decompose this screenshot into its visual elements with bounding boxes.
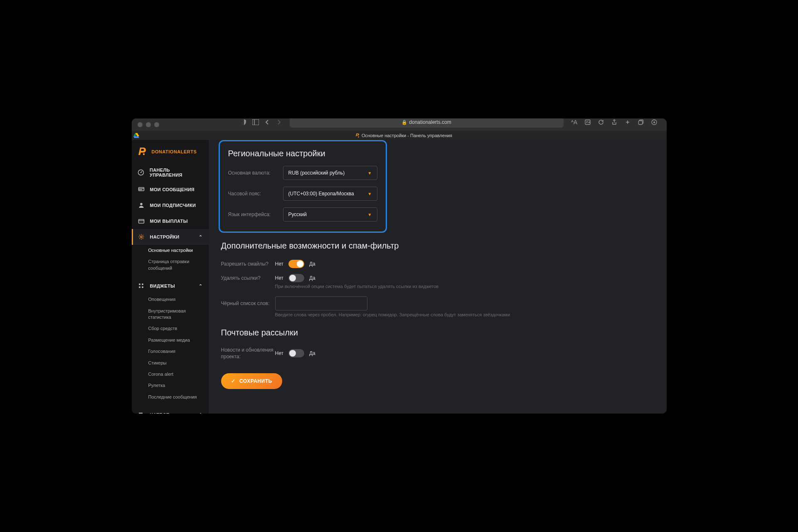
sidebar-sub-polls[interactable]: Голосования xyxy=(132,346,209,357)
blacklist-input[interactable] xyxy=(275,296,367,310)
chat-icon xyxy=(138,411,145,414)
smileys-toggle[interactable] xyxy=(288,260,304,268)
sidebar-sub-roulette[interactable]: Рулетка xyxy=(132,380,209,391)
regional-settings-card: Региональные настройки Основная валюта: … xyxy=(219,140,387,233)
window-titlebar: 🔒 donationalerts.com ᴬA xyxy=(132,118,667,131)
reader-icon[interactable]: ᴬA xyxy=(570,118,579,126)
reload-icon[interactable] xyxy=(597,118,605,126)
svg-rect-4 xyxy=(638,121,642,125)
extras-title: Дополнительные возможности и спам-фильтр xyxy=(221,241,667,251)
new-tab-icon[interactable] xyxy=(623,118,632,126)
sidebar-sub-alerts[interactable]: Оповещения xyxy=(132,294,209,305)
sidebar-sub-stickers[interactable]: Стикеры xyxy=(132,357,209,369)
back-button[interactable] xyxy=(263,118,271,126)
timezone-label: Часовой пояс: xyxy=(228,191,283,197)
mail-title: Почтовые рассылки xyxy=(221,328,667,337)
svg-rect-17 xyxy=(138,219,144,223)
sidebar-sub-recent-messages[interactable]: Последние сообщения xyxy=(132,392,209,403)
nav-label: НАСТРОЙКИ xyxy=(150,234,180,239)
chevron-down-icon: ▼ xyxy=(368,212,372,217)
svg-point-19 xyxy=(140,236,142,238)
links-label: Удалять ссылки? xyxy=(221,275,275,281)
timezone-select[interactable]: (UTC+03:00) Европа/Москва ▼ xyxy=(283,187,377,201)
download-icon[interactable] xyxy=(650,118,658,126)
lock-icon: 🔒 xyxy=(401,120,407,125)
close-dot[interactable] xyxy=(138,122,143,127)
remove-links-toggle[interactable] xyxy=(288,274,304,282)
sidebar-item-settings[interactable]: НАСТРОЙКИ ⌃ xyxy=(132,229,209,245)
sidebar-item-dashboard[interactable]: ПАНЕЛЬ УПРАВЛЕНИЯ xyxy=(132,163,209,182)
chevron-up-icon: ⌃ xyxy=(199,234,202,240)
option-no: Нет xyxy=(275,261,283,267)
news-toggle[interactable] xyxy=(288,349,304,357)
svg-point-16 xyxy=(140,203,143,205)
brand-name: DONATIONALERTS xyxy=(152,149,197,154)
messages-icon xyxy=(138,186,145,193)
sidebar-item-widgets[interactable]: ВИДЖЕТЫ ⌃ xyxy=(132,278,209,294)
tabs-icon[interactable] xyxy=(637,118,645,126)
svg-point-9 xyxy=(358,136,359,138)
minimize-dot[interactable] xyxy=(146,122,151,127)
main-content: Региональные настройки Основная валюта: … xyxy=(209,140,667,414)
chevron-down-icon: ▼ xyxy=(368,192,372,196)
svg-rect-0 xyxy=(252,119,259,125)
translate-icon[interactable] xyxy=(584,118,592,126)
sidebar-sub-send-page[interactable]: Страница отправки сообщений xyxy=(132,256,209,274)
sidebar-sub-media[interactable]: Размещение медиа xyxy=(132,335,209,346)
svg-point-10 xyxy=(143,153,144,155)
maximize-dot[interactable] xyxy=(154,122,159,127)
check-icon: ✓ xyxy=(231,378,236,384)
chevron-up-icon: ⌃ xyxy=(199,412,202,414)
currency-select[interactable]: RUB (российский рубль) ▼ xyxy=(283,166,377,180)
blacklist-label: Чёрный список слов: xyxy=(221,300,275,307)
sidebar-item-subscribers[interactable]: МОИ ПОДПИСЧИКИ xyxy=(132,197,209,213)
shield-icon[interactable] xyxy=(240,118,248,126)
chevron-up-icon: ⌃ xyxy=(199,283,202,289)
sidebar-toggle-icon[interactable] xyxy=(251,118,260,126)
forward-button[interactable] xyxy=(275,118,283,126)
svg-point-12 xyxy=(140,172,142,173)
sidebar-sub-general-settings[interactable]: Основные настройки xyxy=(132,245,209,256)
sidebar: DONATIONALERTS ПАНЕЛЬ УПРАВЛЕНИЯ МОИ СОО… xyxy=(132,140,209,414)
nav-label: МОИ СООБЩЕНИЯ xyxy=(150,187,195,192)
option-no: Нет xyxy=(275,275,283,281)
traffic-lights xyxy=(138,122,159,127)
sidebar-item-payouts[interactable]: МОИ ВЫПЛАТЫ xyxy=(132,213,209,229)
option-yes: Да xyxy=(309,275,315,281)
gauge-icon xyxy=(138,169,145,176)
regional-title: Региональные настройки xyxy=(228,149,377,158)
sidebar-sub-stream-stats[interactable]: Внутристримовая статистика xyxy=(132,305,209,323)
share-icon[interactable] xyxy=(610,118,618,126)
url-bar[interactable]: 🔒 donationalerts.com xyxy=(290,118,564,128)
tab-title[interactable]: Основные настройки - Панель управления xyxy=(141,133,667,138)
sidebar-item-messages[interactable]: МОИ СООБЩЕНИЯ xyxy=(132,182,209,197)
sidebar-item-chatbot[interactable]: ЧАТБОТ ⌃ xyxy=(132,407,209,414)
svg-point-20 xyxy=(139,283,140,285)
nav-label: ВИДЖЕТЫ xyxy=(150,283,175,288)
option-yes: Да xyxy=(309,350,315,356)
svg-marker-8 xyxy=(133,136,139,138)
sidebar-sub-corona[interactable]: Corona alert xyxy=(132,369,209,380)
user-icon xyxy=(138,202,145,209)
news-label: Новости и обновления проекта: xyxy=(221,347,275,360)
svg-point-23 xyxy=(142,286,143,288)
language-select[interactable]: Русский ▼ xyxy=(283,207,377,222)
gear-icon xyxy=(138,233,145,241)
language-label: Язык интерфейса: xyxy=(228,212,283,217)
nav-label: МОИ ВЫПЛАТЫ xyxy=(150,219,188,224)
currency-label: Основная валюта: xyxy=(228,170,283,176)
svg-point-21 xyxy=(142,283,143,285)
sidebar-sub-fundraising[interactable]: Сбор средств xyxy=(132,323,209,334)
brand[interactable]: DONATIONALERTS xyxy=(132,140,209,163)
toolbar-right: ᴬA xyxy=(570,118,658,126)
save-button[interactable]: ✓ СОХРАНИТЬ xyxy=(221,373,282,389)
card-icon xyxy=(138,217,145,225)
chevron-down-icon: ▼ xyxy=(368,171,372,175)
nav-label: ПАНЕЛЬ УПРАВЛЕНИЯ xyxy=(150,167,202,177)
favicon-icon xyxy=(355,133,360,138)
widgets-icon xyxy=(138,282,145,290)
drive-extension-icon[interactable] xyxy=(132,131,141,140)
nav-label: МОИ ПОДПИСЧИКИ xyxy=(150,203,196,208)
smileys-label: Разрешить смайлы? xyxy=(221,261,275,267)
option-no: Нет xyxy=(275,350,283,356)
